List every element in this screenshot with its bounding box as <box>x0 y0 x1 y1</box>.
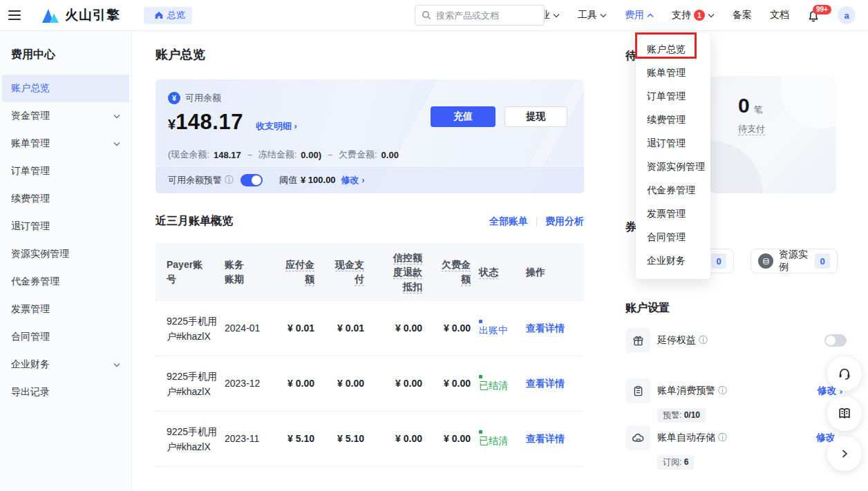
nav-label: 工具 <box>578 9 597 21</box>
col-header-status[interactable]: 状态 <box>471 265 516 280</box>
col-header-credit-refund-offset[interactable]: 信控额度退款抵扣 <box>364 251 422 294</box>
col-header-action: 操作 <box>516 265 573 280</box>
cell-action: 查看详情 <box>516 321 573 336</box>
sidebar-item-export-records[interactable]: 导出记录 <box>0 378 131 406</box>
col-header-owed-amount[interactable]: 欠费金额 <box>422 258 471 287</box>
info-icon[interactable]: ⓘ <box>718 385 727 397</box>
chevron-right-icon: › <box>294 121 297 131</box>
threshold-label: 阈值 <box>279 174 297 186</box>
cell-payer-account: 9225手机用户#khazlX <box>167 424 225 454</box>
recharge-button[interactable]: 充值 <box>431 106 496 127</box>
cell-credit: ¥ 0.00 <box>364 432 422 446</box>
link-label: 收支明细 <box>256 121 292 131</box>
dropdown-item-enterprise-finance[interactable]: 企业财务 <box>636 249 710 272</box>
dropdown-item-account-overview[interactable]: 账户总览 <box>636 37 710 61</box>
dropdown-item-contracts[interactable]: 合同管理 <box>636 225 710 249</box>
hamburger-menu-icon[interactable] <box>8 10 21 20</box>
sidebar-item-coupons[interactable]: 代金券管理 <box>0 268 131 296</box>
sidebar: 费用中心 账户总览 资金管理 账单管理 订单管理 续费管理 退订管理 资源实例管… <box>0 31 132 491</box>
balance-card-top: ¥ 可用余额 ¥ 148.17 收支明细 › (现金余额:148.17 － 冻结… <box>155 79 584 166</box>
col-header-cash-payment[interactable]: 现金支付 <box>314 258 364 287</box>
view-detail-link[interactable]: 查看详情 <box>526 322 565 334</box>
sidebar-item-resource-instances[interactable]: 资源实例管理 <box>0 240 131 268</box>
dropdown-item-resource-instances[interactable]: 资源实例管理 <box>636 155 710 178</box>
sidebar-item-label: 合同管理 <box>11 331 50 343</box>
bills-section-title: 近三月账单概览 <box>155 214 233 229</box>
cell-action: 查看详情 <box>516 376 573 391</box>
all-bills-link[interactable]: 全部账单 <box>489 215 528 228</box>
balance-card: ¥ 可用余额 ¥ 148.17 收支明细 › (现金余额:148.17 － 冻结… <box>155 79 584 193</box>
cost-analysis-link[interactable]: 费用分析 <box>545 215 584 228</box>
sidebar-item-label: 退订管理 <box>11 220 50 233</box>
sidebar-item-label: 导出记录 <box>11 386 50 398</box>
sidebar-item-contracts[interactable]: 合同管理 <box>0 323 131 351</box>
nav-item-billing[interactable]: 费用 <box>625 9 654 21</box>
collapse-panel-button[interactable] <box>827 436 862 471</box>
modify-threshold-link[interactable]: 修改 › <box>341 174 365 186</box>
cell-payable: ¥ 5.10 <box>267 432 314 446</box>
coupon-section-heading-partial: 券 <box>625 220 636 235</box>
sidebar-item-label: 续费管理 <box>11 193 50 205</box>
sidebar-item-bills[interactable]: 账单管理 <box>0 130 131 157</box>
withdraw-button[interactable]: 提现 <box>504 106 567 127</box>
main-content: 账户总览 ¥ 可用余额 ¥ 148.17 收支明细 › (现金余额:148.17… <box>132 31 868 491</box>
sidebar-item-renewal[interactable]: 续费管理 <box>0 185 131 213</box>
view-detail-link[interactable]: 查看详情 <box>526 378 565 389</box>
sidebar-item-enterprise-finance[interactable]: 企业财务 <box>0 351 131 378</box>
info-icon[interactable]: ⓘ <box>718 432 727 444</box>
dropdown-item-bills[interactable]: 账单管理 <box>636 61 710 84</box>
resource-instance-button[interactable]: 资源实例 0 <box>751 249 838 273</box>
nav-item-docs[interactable]: 文档 <box>770 9 789 21</box>
sidebar-item-label: 资源实例管理 <box>11 248 69 260</box>
dropdown-item-coupons[interactable]: 代金券管理 <box>636 178 710 202</box>
sidebar-item-label: 资金管理 <box>11 110 50 122</box>
cell-owed: ¥ 0.00 <box>422 321 471 336</box>
col-header-billing-period: 账务账期 <box>225 258 267 287</box>
volcengine-logo[interactable]: 火山引擎 <box>40 6 120 24</box>
income-expense-detail-link[interactable]: 收支明细 › <box>256 120 297 133</box>
sidebar-item-account-overview[interactable]: 账户总览 <box>2 75 129 102</box>
cell-owed: ¥ 0.00 <box>422 376 471 391</box>
dropdown-item-renewal[interactable]: 续费管理 <box>636 108 710 131</box>
overview-tag[interactable]: 总览 <box>144 7 192 24</box>
sidebar-item-invoices[interactable]: 发票管理 <box>0 296 131 323</box>
bills-table: Payer账号 账务账期 应付金额 现金支付 信控额度退款抵扣 欠费金额 状态 … <box>155 243 584 467</box>
info-icon[interactable]: ⓘ <box>699 334 708 347</box>
setting-label: 账单自动存储 <box>657 432 715 444</box>
pending-unit: 笔 <box>754 104 763 116</box>
yuan-coin-icon: ¥ <box>168 92 180 104</box>
alert-label: 可用余额预警 <box>168 174 222 186</box>
sidebar-item-orders[interactable]: 订单管理 <box>0 157 131 185</box>
nav-label: 文档 <box>770 9 789 21</box>
notifications-button[interactable]: 99+ <box>807 8 820 23</box>
top-nav-menu: 企业 工具 费用 支持 1 备案 文档 99+ a <box>531 6 856 24</box>
search-input[interactable] <box>436 10 533 21</box>
nav-item-support[interactable]: 支持 1 <box>672 9 715 21</box>
grace-period-toggle[interactable] <box>824 334 847 347</box>
mountain-logo-icon <box>40 7 61 24</box>
avatar[interactable]: a <box>838 6 856 24</box>
documentation-button[interactable] <box>827 396 862 431</box>
dropdown-item-unsubscribe[interactable]: 退订管理 <box>636 131 710 155</box>
headset-icon <box>837 366 852 381</box>
chevron-down-icon <box>553 13 560 18</box>
sidebar-item-funds[interactable]: 资金管理 <box>0 102 131 130</box>
nav-item-icp[interactable]: 备案 <box>733 9 752 21</box>
search-box[interactable] <box>415 5 545 26</box>
cell-billing-period: 2023-11 <box>225 432 267 446</box>
dropdown-item-invoices[interactable]: 发票管理 <box>636 202 710 225</box>
customer-service-button[interactable] <box>827 356 862 391</box>
info-icon[interactable]: ⓘ <box>225 174 234 186</box>
nav-item-tools[interactable]: 工具 <box>578 9 607 21</box>
balance-alert-bar: 可用余额预警 ⓘ 阈值 ¥ 100.00 修改 › <box>155 166 584 193</box>
dropdown-item-orders[interactable]: 订单管理 <box>636 84 710 108</box>
col-header-payable-amount[interactable]: 应付金额 <box>267 258 314 287</box>
table-row: 9225手机用户#khazlX 2023-11 ¥ 5.10 ¥ 5.10 ¥ … <box>155 412 584 467</box>
view-detail-link[interactable]: 查看详情 <box>526 433 565 444</box>
billing-dropdown-menu: 账户总览 账单管理 订单管理 续费管理 退订管理 资源实例管理 代金券管理 发票… <box>636 33 710 279</box>
pending-label[interactable]: 待支付 <box>738 123 765 135</box>
sidebar-item-unsubscribe[interactable]: 退订管理 <box>0 213 131 240</box>
chevron-right-icon: › <box>361 175 364 185</box>
balance-alert-toggle[interactable] <box>240 174 263 186</box>
setting-label: 延停权益 <box>657 334 696 347</box>
